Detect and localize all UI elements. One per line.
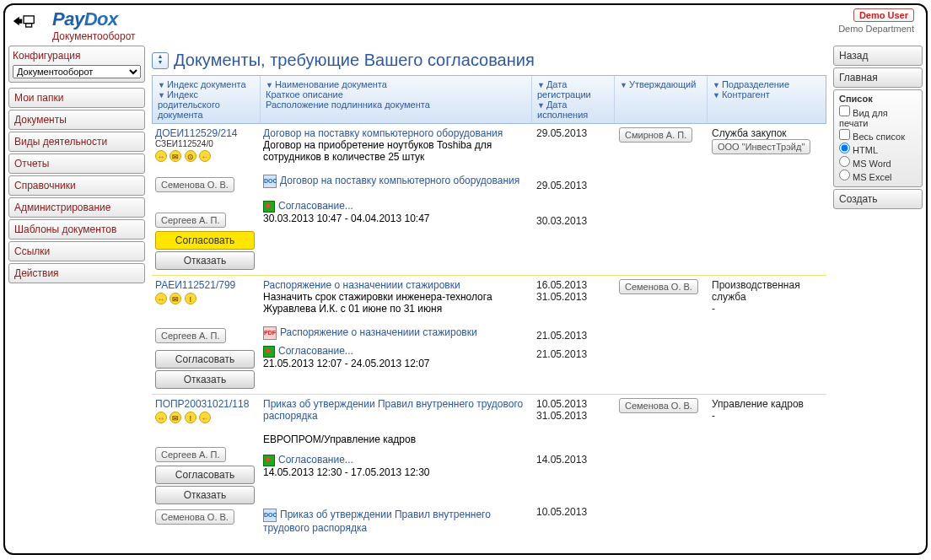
status-time: 21.05.2013 12:07 - 24.05.2013 12:07 bbox=[263, 358, 530, 369]
sort-toggle-icon[interactable] bbox=[152, 52, 169, 69]
doc-index-link[interactable]: ДОЕИ112529/214 bbox=[155, 127, 256, 139]
doc-desc: Назначить срок стажировки инженера-техно… bbox=[263, 291, 530, 315]
logo: PayDox Документооборот bbox=[52, 8, 136, 42]
user-badge[interactable]: Demo User bbox=[853, 8, 914, 22]
status-icon[interactable]: ✉ bbox=[170, 293, 181, 304]
fmt-excel-radio[interactable]: MS Excel bbox=[839, 170, 917, 182]
exec-date: 31.05.2013 bbox=[536, 291, 612, 303]
sidebar-item-activities[interactable]: Виды деятельности bbox=[8, 132, 145, 152]
svg-rect-1 bbox=[26, 24, 32, 27]
workflow-icon[interactable] bbox=[263, 201, 275, 213]
col-index[interactable]: ▼Индекс документа bbox=[158, 79, 255, 89]
status-date: 21.05.2013 bbox=[536, 348, 612, 360]
sidebar-item-reports[interactable]: Отчеты bbox=[8, 153, 145, 174]
user-button[interactable]: Сергеев А. П. bbox=[155, 447, 226, 462]
doc-file-icon[interactable]: DOC bbox=[263, 175, 277, 188]
config-title: Конфигурация bbox=[13, 50, 141, 62]
status-icon[interactable]: ⊙ bbox=[185, 150, 196, 162]
user-button[interactable]: Сергеев А. П. bbox=[155, 213, 226, 228]
parent-index: СЗЕИ112524/0 bbox=[155, 139, 256, 148]
col-name[interactable]: ▼Наименование документа bbox=[266, 79, 526, 89]
file-link[interactable]: Договор на поставку компьютерного оборуд… bbox=[280, 175, 519, 186]
print-icon[interactable] bbox=[12, 12, 35, 30]
sidebar-item-docs[interactable]: Документы bbox=[8, 110, 145, 130]
fmt-word-radio[interactable]: MS Word bbox=[839, 156, 917, 169]
user-dept: Demo Department bbox=[838, 24, 914, 34]
status-link[interactable]: Согласование... bbox=[278, 454, 353, 466]
reject-button[interactable]: Отказать bbox=[155, 251, 255, 270]
fmt-html-radio[interactable]: HTML bbox=[839, 143, 917, 155]
status-time: 30.03.2013 10:47 - 04.04.2013 10:47 bbox=[263, 213, 530, 224]
config-select[interactable]: Документооборот bbox=[13, 65, 141, 78]
back-button[interactable]: Назад bbox=[833, 46, 923, 66]
approve-button[interactable]: Согласовать bbox=[155, 350, 255, 369]
config-box: Конфигурация Документооборот bbox=[8, 46, 145, 83]
page-title: Документы, требующие Вашего согласования bbox=[152, 46, 826, 75]
status-date: 30.03.2013 bbox=[536, 215, 612, 227]
user-button[interactable]: Семенова О. В. bbox=[155, 509, 234, 525]
col-loc: Расположение подлинника документа bbox=[266, 100, 526, 110]
file-link[interactable]: Распоряжение о назначениии стажировки bbox=[280, 326, 477, 338]
sidebar-item-actions[interactable]: Действия bbox=[8, 263, 145, 283]
col-dept[interactable]: ▼Подразделение bbox=[713, 79, 821, 89]
sidebar-item-links[interactable]: Ссылки bbox=[8, 241, 145, 261]
home-button[interactable]: Главная bbox=[833, 67, 923, 88]
reject-button[interactable]: Отказать bbox=[155, 370, 255, 389]
status-icon[interactable]: ! bbox=[185, 293, 196, 304]
col-parent-index[interactable]: ▼Индекс родительского документа bbox=[158, 89, 255, 120]
workflow-icon[interactable] bbox=[263, 346, 275, 358]
status-icon[interactable]: ✉ bbox=[170, 150, 181, 162]
col-reg-date[interactable]: ▼Дата регистрации bbox=[537, 79, 609, 100]
status-icon[interactable]: ↔ bbox=[155, 293, 167, 304]
sidebar-item-refs[interactable]: Справочники bbox=[8, 175, 145, 196]
pdf-file-icon[interactable]: PDF bbox=[263, 326, 277, 340]
dept: Управление кадров bbox=[712, 398, 823, 410]
org: - bbox=[712, 303, 823, 315]
approve-button[interactable]: Согласовать bbox=[155, 466, 255, 484]
status-icon[interactable]: ✉ bbox=[170, 412, 181, 423]
doc-name-link[interactable]: Договор на поставку компьютерного оборуд… bbox=[263, 127, 530, 139]
approver-button[interactable]: Семенова О. В. bbox=[619, 279, 698, 294]
print-view-check[interactable]: Вид для печати bbox=[839, 105, 917, 128]
workflow-icon[interactable] bbox=[263, 455, 275, 466]
reject-button[interactable]: Отказать bbox=[155, 486, 255, 504]
status-date: 14.05.2013 bbox=[536, 454, 612, 466]
file-date: 21.05.2013 bbox=[536, 330, 612, 342]
doc-loc: ЕВРОПРОМ/Управление кадров bbox=[263, 433, 530, 445]
col-org[interactable]: ▼Контрагент bbox=[713, 89, 821, 100]
exec-date: 31.05.2013 bbox=[536, 410, 612, 422]
col-desc: Краткое описание bbox=[266, 89, 526, 100]
approve-button[interactable]: Согласовать bbox=[155, 231, 255, 250]
file-link[interactable]: Приказ об утверждении Правил внутреннего… bbox=[263, 509, 491, 534]
status-link[interactable]: Согласование... bbox=[278, 345, 353, 357]
user-button[interactable]: Семенова О. В. bbox=[155, 177, 234, 192]
doc-name-link[interactable]: Приказ об утверждении Правил внутреннего… bbox=[263, 398, 530, 422]
status-icon[interactable]: ↔ bbox=[155, 150, 167, 162]
col-exec-date[interactable]: ▼Дата исполнения bbox=[537, 100, 609, 120]
status-icon[interactable]: ↔ bbox=[155, 412, 167, 423]
doc-index-link[interactable]: ПОПР20031021/118 bbox=[155, 398, 256, 410]
doc-desc: Договор на приобретение ноутбуков Toshib… bbox=[263, 139, 530, 163]
approver-button[interactable]: Смирнов А. П. bbox=[619, 127, 692, 143]
table-row: РАЕИ112521/799 ↔ ✉ ! Сергеев А. П. Согла… bbox=[152, 276, 826, 395]
status-icon[interactable]: ← bbox=[199, 150, 211, 162]
status-icon[interactable]: ← bbox=[199, 412, 211, 423]
doc-index-link[interactable]: РАЕИ112521/799 bbox=[155, 279, 256, 291]
sidebar-item-templates[interactable]: Шаблоны документов bbox=[8, 219, 145, 240]
org-button[interactable]: ООО "ИнвестТрэйд" bbox=[712, 139, 810, 154]
whole-list-check[interactable]: Весь список bbox=[839, 129, 917, 142]
sidebar-item-admin[interactable]: Администрирование bbox=[8, 197, 145, 218]
doc-file-icon[interactable]: DOC bbox=[263, 509, 277, 522]
user-button[interactable]: Сергеев А. П. bbox=[155, 328, 226, 343]
reg-date: 29.05.2013 bbox=[536, 127, 612, 139]
status-link[interactable]: Согласование... bbox=[278, 200, 353, 212]
table-header: ▼Индекс документа ▼Индекс родительского … bbox=[152, 75, 826, 124]
col-approver[interactable]: ▼Утверждающий bbox=[620, 79, 702, 89]
doc-name-link[interactable]: Распоряжение о назначениии стажировки bbox=[263, 279, 530, 291]
sidebar-item-folders[interactable]: Мои папки bbox=[8, 88, 145, 108]
status-icon[interactable]: ! bbox=[185, 412, 196, 423]
dept: Служба закупок bbox=[712, 127, 823, 139]
create-button[interactable]: Создать bbox=[833, 189, 923, 209]
reg-date: 10.05.2013 bbox=[536, 398, 612, 410]
approver-button[interactable]: Семенова О. В. bbox=[619, 398, 698, 413]
